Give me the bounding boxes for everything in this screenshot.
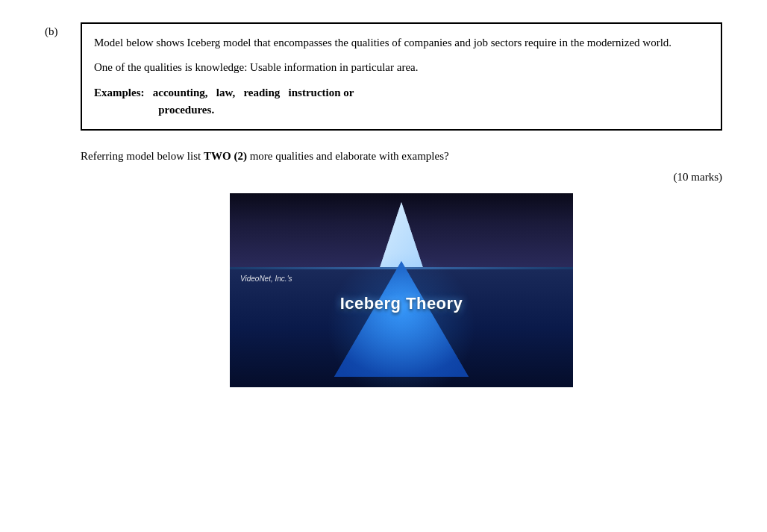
question-row: (b) Model below shows Iceberg model that… <box>45 22 722 131</box>
boxed-content: Model below shows Iceberg model that enc… <box>81 22 722 131</box>
videonet-label: VideoNet, Inc.'s <box>240 275 292 283</box>
boxed-paragraph-2: One of the qualities is knowledge: Usabl… <box>94 59 709 76</box>
marks-text: (10 marks) <box>674 171 722 183</box>
iceberg-theory-title: Iceberg Theory <box>340 294 463 313</box>
procedures-text: procedures. <box>158 104 214 116</box>
boxed-paragraph-1: Model below shows Iceberg model that enc… <box>94 34 709 51</box>
boxed-para2-text: One of the qualities is knowledge: Usabl… <box>94 61 418 73</box>
marks-row: (10 marks) <box>81 168 722 186</box>
below-question-text: Referring model below list TWO (2) more … <box>81 147 722 165</box>
boxed-paragraph-3: Examples: accounting, law, reading instr… <box>94 84 709 119</box>
instruction-text: instruction or <box>289 87 354 98</box>
page-container: (b) Model below shows Iceberg model that… <box>45 22 722 387</box>
referring-text-2: more qualities and elaborate with exampl… <box>250 150 449 162</box>
below-question-section: Referring model below list TWO (2) more … <box>81 147 722 186</box>
iceberg-image: VideoNet, Inc.'s Iceberg Theory <box>230 193 573 387</box>
examples-label: Examples: accounting, law, reading instr… <box>94 87 354 98</box>
question-label: (b) <box>45 22 72 38</box>
iceberg-image-container: VideoNet, Inc.'s Iceberg Theory <box>81 193 722 387</box>
two-bold: TWO (2) <box>204 150 247 162</box>
referring-text-1: Referring model below list <box>81 150 201 162</box>
